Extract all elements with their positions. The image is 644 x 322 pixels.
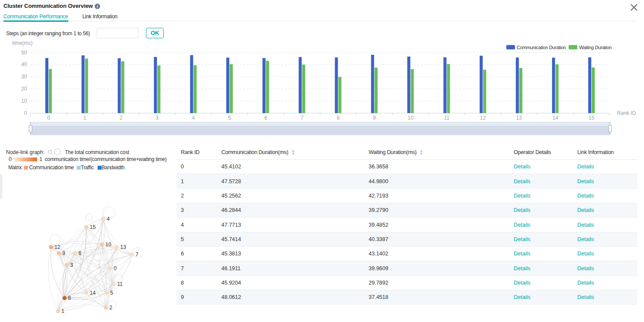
svg-text:50: 50 <box>21 50 27 56</box>
svg-text:6: 6 <box>78 250 81 256</box>
svg-text:5: 5 <box>110 290 113 296</box>
svg-text:9: 9 <box>373 115 376 121</box>
svg-text:40: 40 <box>21 61 27 67</box>
svg-text:12: 12 <box>54 244 61 250</box>
svg-text:5: 5 <box>228 115 231 121</box>
svg-text:9: 9 <box>62 250 65 256</box>
svg-text:11: 11 <box>444 115 450 121</box>
svg-text:0: 0 <box>47 115 50 121</box>
svg-text:10: 10 <box>105 242 112 248</box>
svg-text:Communication Duration: Communication Duration <box>517 45 566 50</box>
svg-text:10: 10 <box>408 115 414 121</box>
svg-text:7: 7 <box>301 115 304 121</box>
svg-text:14: 14 <box>552 115 559 121</box>
svg-text:time(ms): time(ms) <box>12 40 33 46</box>
svg-text:2: 2 <box>119 115 122 121</box>
svg-text:12: 12 <box>480 115 486 121</box>
svg-text:13: 13 <box>516 115 522 121</box>
svg-text:30: 30 <box>21 74 27 80</box>
svg-text:15: 15 <box>90 224 96 230</box>
svg-text:0: 0 <box>24 110 27 116</box>
svg-text:20: 20 <box>21 86 27 92</box>
svg-text:6: 6 <box>264 115 268 121</box>
svg-text:Waiting Duration: Waiting Duration <box>579 45 612 50</box>
svg-text:8: 8 <box>68 295 71 301</box>
svg-text:4: 4 <box>107 216 110 222</box>
svg-text:4: 4 <box>192 115 195 121</box>
svg-text:1: 1 <box>83 115 86 121</box>
svg-text:0: 0 <box>114 265 117 272</box>
svg-text:3: 3 <box>70 262 73 268</box>
svg-text:13: 13 <box>120 244 126 250</box>
svg-text:14: 14 <box>90 290 96 296</box>
svg-text:7: 7 <box>136 252 139 258</box>
svg-text:3: 3 <box>156 115 159 121</box>
svg-text:8: 8 <box>337 115 340 121</box>
svg-text:10: 10 <box>21 98 27 104</box>
svg-text:11: 11 <box>117 281 123 287</box>
svg-text:2: 2 <box>109 305 112 311</box>
svg-text:Rank ID: Rank ID <box>617 110 636 116</box>
svg-text:1: 1 <box>61 308 64 314</box>
svg-text:15: 15 <box>589 115 595 121</box>
